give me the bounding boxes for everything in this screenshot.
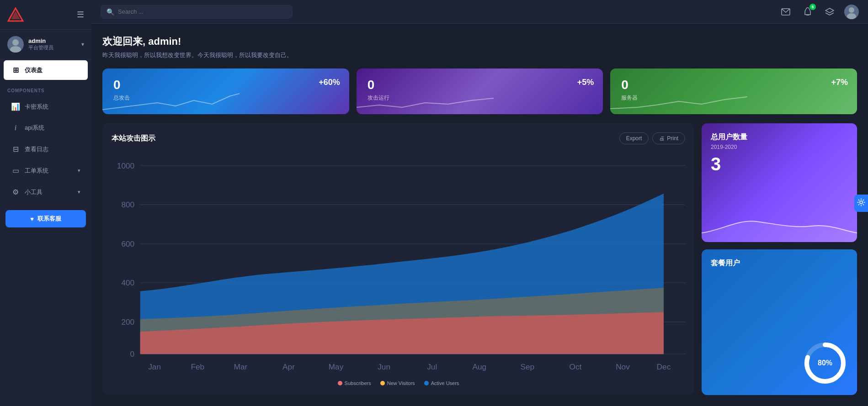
sidebar-item-card-system[interactable]: 📊 卡密系统 bbox=[4, 97, 88, 116]
list-icon: ⊟ bbox=[11, 145, 20, 153]
svg-text:Aug: Aug bbox=[472, 363, 486, 371]
user-info: admin 平台管理员 bbox=[28, 37, 77, 51]
stat-change: +7% bbox=[831, 78, 848, 87]
svg-text:800: 800 bbox=[121, 200, 134, 209]
components-label: COMPONENTS bbox=[0, 81, 91, 96]
print-button[interactable]: 🖨 Print bbox=[652, 132, 685, 144]
sidebar-item-work-orders[interactable]: ▭ 工单系统 ▾ bbox=[4, 161, 88, 180]
hamburger-icon[interactable]: ☰ bbox=[77, 10, 84, 20]
right-panel: 总用户数量 2019-2020 3 套餐用户 bbox=[702, 123, 857, 395]
chart-title: 本站攻击图示 bbox=[112, 134, 155, 143]
sidebar-item-label: 查看日志 bbox=[25, 145, 80, 153]
legend-label: Subscribers bbox=[345, 380, 371, 386]
total-users-period: 2019-2020 bbox=[711, 144, 848, 150]
notification-badge: 6 bbox=[809, 4, 816, 10]
svg-text:Oct: Oct bbox=[570, 363, 582, 371]
svg-point-33 bbox=[860, 201, 863, 204]
bottom-row: 本站攻击图示 Export 🖨 Print bbox=[102, 123, 857, 395]
chevron-down-icon: ▾ bbox=[81, 41, 84, 47]
tools-icon: ⚙ bbox=[11, 188, 20, 196]
svg-text:Nov: Nov bbox=[616, 363, 630, 371]
legend-dot bbox=[338, 381, 342, 385]
ticket-icon: ▭ bbox=[11, 166, 20, 175]
printer-icon: 🖨 bbox=[659, 135, 665, 142]
area-chart: 1000 800 600 400 200 0 Jan Feb Mar Apr M… bbox=[112, 152, 685, 375]
svg-point-3 bbox=[10, 46, 21, 53]
svg-text:80%: 80% bbox=[818, 359, 832, 367]
settings-icon[interactable] bbox=[854, 195, 868, 212]
svg-text:Apr: Apr bbox=[282, 363, 295, 371]
chart-actions: Export 🖨 Print bbox=[619, 132, 685, 144]
logo bbox=[7, 6, 24, 23]
layers-icon[interactable] bbox=[822, 5, 837, 19]
heart-icon: ♥ bbox=[30, 216, 34, 222]
svg-point-2 bbox=[12, 39, 19, 46]
legend-new-visitors: New Visitors bbox=[380, 380, 415, 386]
svg-text:Jul: Jul bbox=[427, 363, 437, 371]
chart-legend: Subscribers New Visitors Active Users bbox=[112, 380, 685, 386]
export-label: Export bbox=[626, 135, 642, 142]
welcome-section: 欢迎回来, admin! 昨天我很聪明，所以我想改变世界。今天我很聪明，所以我要… bbox=[102, 35, 857, 59]
total-users-card: 总用户数量 2019-2020 3 bbox=[702, 123, 857, 242]
search-icon: 🔍 bbox=[107, 8, 114, 16]
sidebar-item-label: 仪表盘 bbox=[25, 66, 80, 74]
sidebar-item-api-system[interactable]: i api系统 bbox=[4, 118, 88, 137]
contact-btn-label: 联系客服 bbox=[37, 215, 61, 223]
svg-text:600: 600 bbox=[121, 240, 134, 248]
sidebar-item-view-logs[interactable]: ⊟ 查看日志 bbox=[4, 139, 88, 159]
contact-support-button[interactable]: ♥ 联系客服 bbox=[5, 210, 86, 227]
package-title: 套餐用户 bbox=[711, 258, 740, 268]
chevron-right-icon: ▾ bbox=[78, 168, 80, 174]
svg-text:Feb: Feb bbox=[191, 363, 204, 371]
donut-chart: 80% bbox=[802, 340, 848, 386]
svg-marker-6 bbox=[825, 8, 834, 13]
chart-header: 本站攻击图示 Export 🖨 Print bbox=[112, 132, 685, 144]
legend-label: Active Users bbox=[431, 380, 459, 386]
stat-card-total-attacks: 0 总攻击 +60% bbox=[102, 69, 349, 114]
legend-active-users: Active Users bbox=[424, 380, 459, 386]
stat-number: 0 bbox=[113, 78, 338, 92]
svg-text:400: 400 bbox=[121, 279, 134, 288]
welcome-title: 欢迎回来, admin! bbox=[102, 35, 857, 48]
svg-point-7 bbox=[849, 7, 854, 13]
user-name: admin bbox=[28, 37, 77, 44]
legend-subscribers: Subscribers bbox=[338, 380, 371, 386]
stat-card-attacks-running: 0 攻击运行 +5% bbox=[357, 69, 603, 114]
legend-label: New Visitors bbox=[387, 380, 415, 386]
chart-section: 本站攻击图示 Export 🖨 Print bbox=[102, 123, 694, 395]
dashboard-content: 欢迎回来, admin! 昨天我很聪明，所以我想改变世界。今天我很聪明，所以我要… bbox=[91, 24, 868, 406]
svg-text:Dec: Dec bbox=[657, 363, 671, 371]
svg-point-8 bbox=[847, 13, 856, 19]
search-input[interactable] bbox=[118, 8, 287, 15]
chevron-right-icon: ▾ bbox=[78, 189, 80, 195]
sidebar-header: ☰ bbox=[0, 0, 91, 30]
stat-number: 0 bbox=[367, 78, 592, 92]
stat-card-servers: 0 服务器 +7% bbox=[610, 69, 857, 114]
notification-icon[interactable]: 6 bbox=[800, 5, 815, 19]
mail-icon[interactable] bbox=[778, 5, 793, 19]
total-users-title: 总用户数量 bbox=[711, 132, 848, 142]
italic-icon: i bbox=[11, 124, 20, 132]
stat-change: +60% bbox=[319, 78, 340, 87]
sidebar-item-label: 工单系统 bbox=[25, 167, 73, 175]
topbar: 🔍 6 bbox=[91, 0, 868, 24]
dashboard-icon: ⊞ bbox=[11, 66, 20, 74]
package-users-card: 套餐用户 80% bbox=[702, 249, 857, 395]
print-label: Print bbox=[667, 135, 678, 142]
user-avatar-topbar[interactable] bbox=[844, 5, 859, 19]
export-button[interactable]: Export bbox=[619, 132, 649, 144]
sidebar-item-dashboard[interactable]: ⊞ 仪表盘 bbox=[4, 60, 88, 80]
svg-text:Sep: Sep bbox=[521, 363, 535, 371]
svg-text:1000: 1000 bbox=[117, 162, 134, 170]
stat-change: +5% bbox=[577, 78, 594, 87]
svg-text:Jan: Jan bbox=[148, 363, 161, 371]
search-box[interactable]: 🔍 bbox=[101, 5, 293, 19]
user-section[interactable]: admin 平台管理员 ▾ bbox=[0, 30, 91, 59]
total-users-number: 3 bbox=[711, 154, 848, 174]
user-role: 平台管理员 bbox=[28, 44, 77, 51]
sidebar-item-label: 小工具 bbox=[25, 188, 73, 196]
sidebar: ☰ admin 平台管理员 ▾ ⊞ 仪表盘 COMPONENTS 📊 卡密系统 … bbox=[0, 0, 91, 406]
main-content: 🔍 6 欢迎回来, admin! 昨天我很聪明，所以我想改变世界。今天我很聪明，… bbox=[91, 0, 868, 406]
sidebar-item-tools[interactable]: ⚙ 小工具 ▾ bbox=[4, 182, 88, 202]
svg-text:May: May bbox=[329, 363, 344, 371]
